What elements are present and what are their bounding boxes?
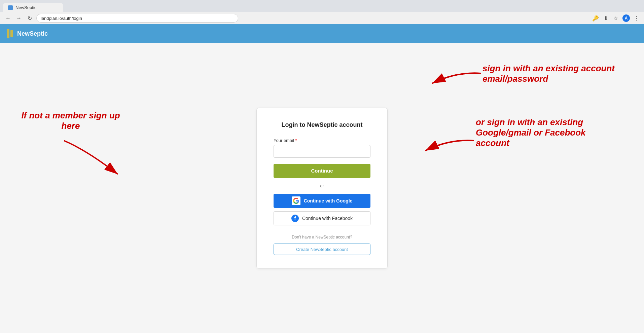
logo-bar-1 bbox=[7, 29, 9, 38]
signup-divider-line-right bbox=[355, 237, 370, 237]
login-card: Login to NewSeptic account Your email * … bbox=[256, 108, 388, 269]
url-text: landplan.io/auth/login bbox=[41, 16, 82, 21]
google-icon bbox=[292, 196, 300, 205]
browser-tabs: NewSeptic bbox=[0, 0, 644, 12]
bookmark-icon[interactable]: ☆ bbox=[612, 15, 619, 22]
tab-favicon bbox=[8, 5, 13, 10]
create-account-button[interactable]: Create NewSeptic account bbox=[274, 244, 370, 255]
address-bar[interactable]: landplan.io/auth/login bbox=[36, 14, 238, 23]
login-title: Login to NewSeptic account bbox=[274, 121, 370, 128]
signup-divider: Don't have a NewSeptic account? bbox=[274, 235, 370, 239]
divider-line-left bbox=[274, 186, 317, 186]
app-header: NewSeptic bbox=[0, 24, 644, 43]
annotation-social-signin: or sign in with an existing Google/gmail… bbox=[476, 117, 617, 149]
browser-toolbar: ← → ↻ landplan.io/auth/login 🔑 ⬇ ☆ A ⋮ bbox=[0, 12, 644, 24]
signup-divider-line-left bbox=[274, 237, 289, 237]
forward-button[interactable]: → bbox=[15, 14, 23, 22]
facebook-button-label: Continue with Facebook bbox=[302, 216, 353, 221]
facebook-signin-button[interactable]: f Continue with Facebook bbox=[274, 211, 370, 225]
divider: or bbox=[274, 183, 370, 188]
tab-label: NewSeptic bbox=[15, 5, 36, 10]
google-button-label: Continue with Google bbox=[304, 198, 353, 204]
continue-button[interactable]: Continue bbox=[274, 164, 370, 178]
email-label: Your email * bbox=[274, 138, 370, 143]
annotation-signup: If not a member sign up here bbox=[20, 110, 121, 131]
divider-line-right bbox=[327, 186, 370, 186]
profile-avatar[interactable]: A bbox=[622, 14, 630, 22]
back-button[interactable]: ← bbox=[4, 14, 12, 22]
annotation-email-signin: sign in with an existing account email/p… bbox=[482, 63, 617, 84]
browser-tab[interactable]: NewSeptic bbox=[3, 3, 63, 12]
logo-bar-2 bbox=[10, 30, 13, 37]
signup-divider-text: Don't have a NewSeptic account? bbox=[292, 235, 352, 239]
menu-icon[interactable]: ⋮ bbox=[633, 15, 640, 22]
main-content: Login to NewSeptic account Your email * … bbox=[0, 43, 644, 333]
download-icon[interactable]: ⬇ bbox=[602, 15, 609, 22]
required-star: * bbox=[294, 138, 297, 143]
browser-chrome: NewSeptic ← → ↻ landplan.io/auth/login 🔑… bbox=[0, 0, 644, 24]
reload-button[interactable]: ↻ bbox=[26, 14, 34, 22]
google-signin-button[interactable]: Continue with Google bbox=[274, 194, 370, 208]
facebook-icon: f bbox=[291, 215, 299, 222]
toolbar-icons: 🔑 ⬇ ☆ A ⋮ bbox=[592, 14, 640, 22]
password-icon[interactable]: 🔑 bbox=[592, 15, 599, 22]
divider-text: or bbox=[320, 183, 324, 188]
email-input[interactable] bbox=[274, 145, 370, 158]
app-name: NewSeptic bbox=[17, 30, 48, 37]
app-logo bbox=[7, 29, 13, 38]
